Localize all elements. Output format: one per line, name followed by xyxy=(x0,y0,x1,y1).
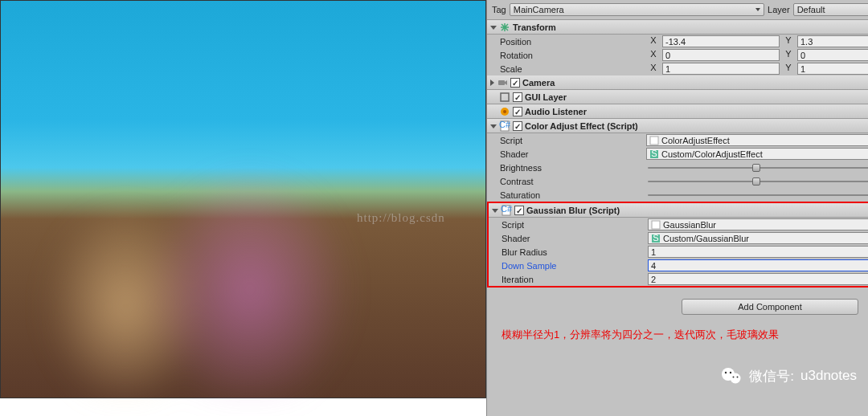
shader-field[interactable]: SCustom/ColorAdjustEffect xyxy=(646,148,868,160)
brightness-label: Brightness xyxy=(500,163,643,173)
audio-listener-header[interactable]: Audio Listener xyxy=(487,104,868,119)
wechat-value: u3dnotes xyxy=(800,368,857,384)
svg-point-32 xyxy=(733,377,735,378)
gui-layer-icon xyxy=(499,92,510,103)
rotation-label: Rotation xyxy=(500,51,643,60)
game-viewport: http://blog.csdn xyxy=(0,0,486,398)
down-sample-label: Down Sample xyxy=(502,261,645,271)
gaussian-blur-section: C# Gaussian Blur (Script) Script Gaussia… xyxy=(487,202,868,288)
script-icon: C# xyxy=(501,205,512,216)
color-adjust-enable-checkbox[interactable] xyxy=(513,121,522,131)
audio-icon xyxy=(499,106,510,117)
tag-dropdown[interactable]: MainCamera xyxy=(510,3,764,16)
script-field[interactable]: ColorAdjustEffect xyxy=(646,134,868,146)
scale-x-input[interactable] xyxy=(662,63,780,75)
iteration-label: Iteration xyxy=(502,275,645,284)
svg-point-30 xyxy=(725,372,727,373)
watermark-text: http://blog.csdn xyxy=(357,211,445,225)
wechat-icon xyxy=(720,365,743,387)
layer-label: Layer xyxy=(768,5,790,14)
position-y-input[interactable] xyxy=(797,35,868,47)
camera-header[interactable]: Camera xyxy=(487,75,868,90)
rotation-y-input[interactable] xyxy=(797,49,868,61)
shader-label: Shader xyxy=(502,234,645,243)
gaussian-enable-checkbox[interactable] xyxy=(514,206,524,215)
svg-text:C#: C# xyxy=(499,120,510,129)
component-title: GUI Layer xyxy=(525,92,868,102)
layer-value: Default xyxy=(797,5,825,14)
brightness-slider[interactable] xyxy=(648,162,868,173)
svg-text:S: S xyxy=(651,149,657,158)
script-label: Script xyxy=(500,136,643,145)
contrast-slider[interactable] xyxy=(648,176,868,187)
color-adjust-header[interactable]: C# Color Adjust Effect (Script) xyxy=(487,119,868,133)
wechat-credit: 微信号: u3dnotes xyxy=(720,365,857,387)
saturation-label: Saturation xyxy=(500,190,643,200)
contrast-label: Contrast xyxy=(500,177,643,186)
blur-radius-label: Blur Radius xyxy=(502,247,645,257)
x-label: X xyxy=(646,35,661,47)
svg-point-29 xyxy=(731,373,741,384)
foldout-icon[interactable] xyxy=(492,209,498,213)
script-label: Script xyxy=(502,220,645,230)
svg-rect-4 xyxy=(498,80,505,85)
layer-dropdown[interactable]: Default xyxy=(793,3,868,16)
inspector-panel: Tag MainCamera Layer Default Transform ?… xyxy=(486,0,868,416)
svg-text:C#: C# xyxy=(501,205,512,214)
gui-layer-header[interactable]: GUI Layer xyxy=(487,90,868,104)
gaussian-header[interactable]: C# Gaussian Blur (Script) xyxy=(489,203,868,218)
position-x-input[interactable] xyxy=(662,35,780,47)
gaussian-shader-field[interactable]: SCustom/GaussianBlur xyxy=(648,232,868,244)
add-component-button[interactable]: Add Component xyxy=(682,299,858,315)
tag-value: MainCamera xyxy=(514,5,564,14)
component-title: Camera xyxy=(522,78,868,88)
component-title: Audio Listener xyxy=(525,107,868,116)
position-label: Position xyxy=(500,37,643,47)
component-title: Color Adjust Effect (Script) xyxy=(525,121,868,131)
wechat-label: 微信号: xyxy=(749,367,794,385)
scale-label: Scale xyxy=(500,64,643,74)
svg-rect-7 xyxy=(501,93,509,101)
iteration-input[interactable] xyxy=(648,273,868,285)
y-label: Y xyxy=(781,35,796,47)
component-title: Gaussian Blur (Script) xyxy=(526,206,868,215)
down-sample-input[interactable] xyxy=(648,259,868,271)
rotation-x-input[interactable] xyxy=(662,49,780,61)
svg-rect-18 xyxy=(650,137,658,145)
scale-y-input[interactable] xyxy=(797,63,868,75)
script-icon: C# xyxy=(499,120,510,132)
foldout-icon[interactable] xyxy=(490,124,497,128)
gaussian-script-field[interactable]: GaussianBlur xyxy=(648,218,868,230)
svg-point-33 xyxy=(737,377,739,378)
transform-header[interactable]: Transform ? xyxy=(487,20,868,35)
audio-enable-checkbox[interactable] xyxy=(513,107,522,116)
saturation-slider[interactable] xyxy=(648,190,868,201)
annotation-text: 模糊半径为1，分辨率将为四分之一，迭代两次，毛玻璃效果 xyxy=(487,321,868,349)
camera-enable-checkbox[interactable] xyxy=(510,78,520,88)
svg-point-11 xyxy=(503,110,506,113)
tag-label: Tag xyxy=(492,5,506,14)
transform-icon xyxy=(499,22,510,33)
gui-enable-checkbox[interactable] xyxy=(513,92,522,102)
svg-rect-25 xyxy=(652,221,660,229)
component-title: Transform xyxy=(513,22,868,32)
shader-label: Shader xyxy=(500,149,643,159)
camera-icon xyxy=(497,77,508,88)
blur-radius-input[interactable] xyxy=(648,246,868,258)
foldout-icon[interactable] xyxy=(490,80,494,86)
foldout-icon[interactable] xyxy=(490,26,497,30)
svg-point-31 xyxy=(730,372,731,373)
svg-text:S: S xyxy=(653,234,658,243)
